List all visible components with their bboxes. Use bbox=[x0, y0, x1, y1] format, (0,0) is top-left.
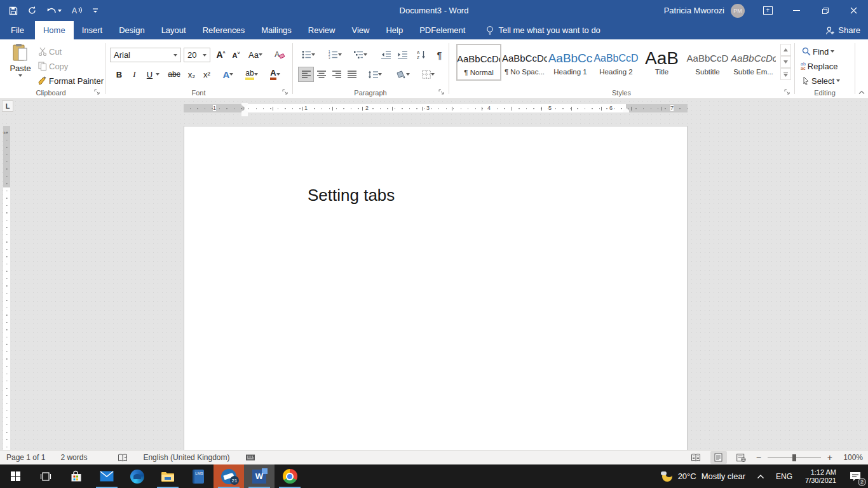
align-center-button[interactable] bbox=[314, 67, 329, 81]
undo-dropdown-arrow[interactable] bbox=[58, 10, 62, 12]
tab-help[interactable]: Help bbox=[377, 21, 411, 39]
style-subtle-emphasis[interactable]: AaBbCcDc Subtle Em... bbox=[731, 44, 776, 81]
close-button[interactable] bbox=[839, 0, 868, 21]
find-dropdown-arrow[interactable] bbox=[831, 50, 834, 53]
file-explorer-button[interactable] bbox=[153, 464, 183, 488]
text-effects-button[interactable]: A bbox=[219, 67, 238, 81]
font-size-select[interactable]: 20 bbox=[184, 48, 210, 62]
change-case-button[interactable]: Aa bbox=[245, 48, 266, 62]
style-subtitle[interactable]: AaBbCcD Subtitle bbox=[685, 44, 730, 81]
task-view-button[interactable] bbox=[31, 464, 61, 488]
language-indicator[interactable]: English (United Kingdom) bbox=[143, 453, 229, 462]
align-right-button[interactable] bbox=[329, 67, 344, 81]
bold-button[interactable]: B bbox=[112, 67, 126, 81]
proofing-check-button[interactable] bbox=[118, 454, 128, 462]
line-spacing-button[interactable] bbox=[365, 67, 385, 81]
select-button[interactable]: Select bbox=[801, 74, 841, 88]
paste-dropdown-arrow[interactable] bbox=[18, 74, 22, 77]
superscript-button[interactable]: x² bbox=[200, 67, 214, 81]
zoom-out-button[interactable]: − bbox=[756, 452, 761, 463]
tell-me-box[interactable]: Tell me what you want to do bbox=[486, 21, 600, 39]
replace-button[interactable]: ab ac Replace bbox=[799, 59, 839, 73]
tab-layout[interactable]: Layout bbox=[153, 21, 194, 39]
minimize-button[interactable] bbox=[782, 0, 811, 21]
ribbon-display-options-button[interactable] bbox=[754, 0, 782, 21]
web-layout-button[interactable] bbox=[733, 451, 750, 464]
paragraph-dialog-launcher[interactable] bbox=[438, 89, 445, 95]
tab-references[interactable]: References bbox=[194, 21, 253, 39]
justify-button[interactable] bbox=[344, 67, 359, 81]
save-button[interactable] bbox=[9, 6, 18, 15]
keyboard-button[interactable] bbox=[245, 454, 255, 461]
find-button[interactable]: Find bbox=[801, 44, 836, 58]
increase-indent-button[interactable] bbox=[395, 48, 410, 62]
styles-scroll-up-button[interactable] bbox=[780, 44, 791, 56]
clock[interactable]: 1:12 AM 7/30/2021 bbox=[799, 468, 843, 485]
action-center-button[interactable]: 2 bbox=[843, 464, 868, 488]
show-hide-paragraph-button[interactable]: ¶ bbox=[432, 48, 447, 62]
strikethrough-button[interactable]: abc bbox=[165, 67, 183, 81]
print-layout-button[interactable] bbox=[710, 451, 727, 464]
clear-formatting-button[interactable]: A bbox=[272, 48, 287, 62]
cut-button[interactable]: Cut bbox=[37, 44, 63, 58]
zoom-slider[interactable] bbox=[768, 458, 821, 458]
tab-mailings[interactable]: Mailings bbox=[253, 21, 300, 39]
borders-button[interactable] bbox=[418, 67, 438, 81]
undo-button[interactable] bbox=[46, 6, 62, 15]
tab-insert[interactable]: Insert bbox=[74, 21, 111, 39]
tab-design[interactable]: Design bbox=[111, 21, 153, 39]
document-page[interactable]: Setting tabs bbox=[184, 126, 688, 450]
styles-more-button[interactable] bbox=[780, 68, 791, 80]
vertical-ruler[interactable]: 1 bbox=[3, 126, 10, 450]
font-family-select[interactable]: Arial bbox=[110, 48, 181, 62]
account-name[interactable]: Patricia Mworozi bbox=[664, 6, 724, 15]
tab-review[interactable]: Review bbox=[300, 21, 344, 39]
select-dropdown-arrow[interactable] bbox=[836, 79, 840, 82]
weather-widget[interactable]: 20°C Mostly clear bbox=[655, 471, 752, 482]
decrease-indent-button[interactable] bbox=[379, 48, 393, 62]
tab-view[interactable]: View bbox=[343, 21, 377, 39]
style-title[interactable]: AaB Title bbox=[639, 44, 684, 81]
mail-button[interactable] bbox=[92, 464, 122, 488]
clipboard-dialog-launcher[interactable] bbox=[94, 89, 100, 95]
styles-dialog-launcher[interactable] bbox=[784, 89, 790, 95]
styles-scroll-down-button[interactable] bbox=[780, 56, 791, 68]
highlight-button[interactable]: ab bbox=[241, 67, 262, 81]
numbering-button[interactable]: 123 bbox=[325, 48, 344, 62]
collapse-ribbon-button[interactable] bbox=[858, 90, 865, 97]
zoom-in-button[interactable]: + bbox=[827, 452, 832, 463]
subscript-button[interactable]: x₂ bbox=[184, 67, 199, 81]
grow-font-button[interactable]: A˄ bbox=[214, 48, 228, 62]
style-heading-2[interactable]: AaBbCcD Heading 2 bbox=[593, 44, 639, 81]
repeat-button[interactable] bbox=[27, 6, 37, 15]
tab-pdfelement[interactable]: PDFelement bbox=[411, 21, 473, 39]
word-count[interactable]: 2 words bbox=[60, 453, 87, 462]
bullets-button[interactable] bbox=[299, 48, 318, 62]
input-language-button[interactable]: ENG bbox=[770, 472, 799, 481]
microsoft-store-button[interactable] bbox=[61, 464, 92, 488]
start-button[interactable] bbox=[0, 464, 31, 488]
style-heading-1[interactable]: AaBbCc Heading 1 bbox=[548, 44, 593, 81]
style-no-spacing[interactable]: AaBbCcDc ¶ No Spac... bbox=[502, 44, 547, 81]
format-painter-button[interactable]: Format Painter bbox=[37, 74, 105, 88]
share-button[interactable]: Share bbox=[825, 21, 860, 39]
edge-button[interactable] bbox=[122, 464, 153, 488]
shrink-font-button[interactable]: A˅ bbox=[229, 48, 243, 62]
style-normal[interactable]: AaBbCcDc ¶ Normal bbox=[456, 44, 501, 81]
font-color-button[interactable]: A bbox=[266, 67, 285, 81]
read-aloud-button[interactable]: A bbox=[71, 6, 83, 15]
horizontal-ruler[interactable]: 1 1 2 3 4 5 6 7 bbox=[184, 104, 688, 112]
lms-app-button[interactable]: LMS bbox=[183, 464, 214, 488]
font-dialog-launcher[interactable] bbox=[282, 89, 288, 95]
paste-button[interactable]: Paste bbox=[6, 43, 34, 85]
avatar[interactable]: PM bbox=[731, 4, 745, 18]
read-mode-button[interactable] bbox=[688, 451, 704, 464]
italic-button[interactable]: I bbox=[127, 67, 142, 81]
multilevel-list-button[interactable] bbox=[351, 48, 370, 62]
left-indent-marker[interactable] bbox=[241, 114, 248, 116]
tab-stop-selector[interactable]: L bbox=[2, 100, 13, 112]
restore-button[interactable] bbox=[811, 0, 839, 21]
show-hidden-icons-button[interactable] bbox=[752, 474, 770, 479]
page-count[interactable]: Page 1 of 1 bbox=[6, 453, 45, 462]
customize-qat-button[interactable] bbox=[92, 8, 98, 14]
